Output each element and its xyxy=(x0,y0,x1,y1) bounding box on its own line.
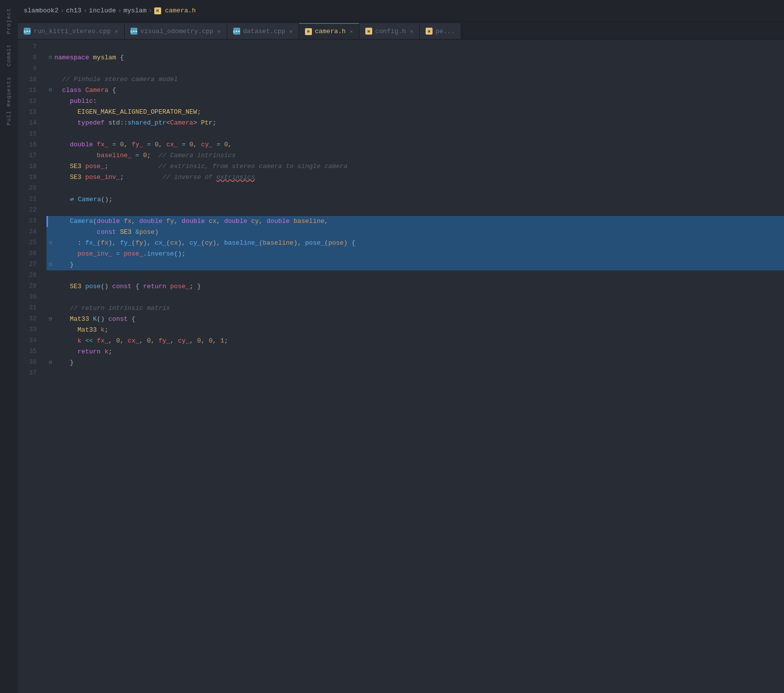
code-line-15 xyxy=(46,129,784,139)
code-line-21: ⇌ Camera(); xyxy=(46,194,784,205)
fold-28 xyxy=(46,270,54,281)
fold-24 xyxy=(46,227,54,238)
tab-pe[interactable]: H pe... xyxy=(420,23,461,39)
fold-33 xyxy=(46,325,54,336)
sidebar: Project Commit Pull Requests xyxy=(0,0,18,693)
code-line-29: SE3 pose() const { return pose_; } xyxy=(46,281,784,292)
code-line-33: Mat33 k; xyxy=(46,325,784,336)
fold-34 xyxy=(46,336,54,346)
tab-config-h[interactable]: H config.h ✕ xyxy=(359,23,420,39)
tab-icon-visual-odometry: c++ xyxy=(131,28,137,35)
code-line-28 xyxy=(46,270,784,281)
breadcrumb-sep-4: › xyxy=(148,7,152,14)
code-line-8: ⊟ namespace myslam { xyxy=(46,52,784,63)
tab-close-visual-odometry[interactable]: ✕ xyxy=(218,28,221,35)
tab-icon-config-h: H xyxy=(365,28,372,35)
breadcrumb-include[interactable]: include xyxy=(89,7,116,14)
code-line-35: return k; xyxy=(46,346,784,357)
fold-27[interactable]: ⊟ xyxy=(46,260,54,270)
code-line-27: ⊟ } xyxy=(46,260,784,270)
fold-8[interactable]: ⊟ xyxy=(46,52,54,63)
code-line-31: // return intrinsic matrix xyxy=(46,303,784,314)
breadcrumb: slambook2 › ch13 › include › myslam › H … xyxy=(24,7,196,14)
tab-dataset[interactable]: c++ dataset.cpp ✕ xyxy=(227,23,299,39)
code-line-18: SE3 pose_; // extrinsic, from stereo cam… xyxy=(46,161,784,172)
code-line-16: double fx_ = 0, fy_ = 0, cx_ = 0, cy_ = … xyxy=(46,139,784,150)
tab-label-config-h: config.h xyxy=(375,28,406,35)
breadcrumb-ch13[interactable]: ch13 xyxy=(66,7,81,14)
fold-36[interactable]: ⊟ xyxy=(46,357,54,368)
fold-9 xyxy=(46,63,54,74)
code-line-36: ⊟ } xyxy=(46,357,784,368)
breadcrumb-slambook2[interactable]: slambook2 xyxy=(24,7,58,14)
tab-close-config-h[interactable]: ✕ xyxy=(410,28,413,35)
code-content[interactable]: ⊟ namespace myslam { // Pinhole stereo c… xyxy=(43,40,784,693)
tab-icon-dataset: c++ xyxy=(233,28,240,35)
fold-31 xyxy=(46,303,54,314)
breadcrumb-sep-1: › xyxy=(60,7,64,14)
fold-26 xyxy=(46,249,54,260)
sidebar-item-pull-requests[interactable]: Pull Requests xyxy=(4,73,14,130)
code-line-9 xyxy=(46,63,784,74)
fold-13 xyxy=(46,107,54,118)
fold-37 xyxy=(46,368,54,379)
sidebar-item-commit[interactable]: Commit xyxy=(4,40,14,71)
code-line-24: const SE3 &pose) xyxy=(46,227,784,238)
code-line-23: Camera(double fx, double fy, double cx, … xyxy=(46,216,784,227)
fold-18 xyxy=(46,161,54,172)
fold-30 xyxy=(46,292,54,303)
fold-35 xyxy=(46,346,54,357)
fold-29 xyxy=(46,281,54,292)
code-line-13: EIGEN_MAKE_ALIGNED_OPERATOR_NEW; xyxy=(46,107,784,118)
fold-25[interactable]: ⊟ xyxy=(46,238,54,249)
tabs-bar: c++ run_kitti_stereo.cpp ✕ c++ visual_od… xyxy=(18,22,784,40)
code-line-32: ⊟ Mat33 K() const { xyxy=(46,314,784,325)
editor[interactable]: 7 8 9 10 11 12 13 14 15 16 17 18 19 20 2… xyxy=(18,40,784,693)
file-icon-h: H xyxy=(154,7,161,14)
tab-label-dataset: dataset.cpp xyxy=(243,28,286,35)
code-line-37 xyxy=(46,368,784,379)
tab-label-run-kitti: run_kitti_stereo.cpp xyxy=(34,28,111,35)
fold-19 xyxy=(46,172,54,183)
fold-32[interactable]: ⊟ xyxy=(46,314,54,325)
fold-21 xyxy=(46,194,54,205)
tab-label-camera-h: camera.h xyxy=(315,28,346,35)
code-line-19: SE3 pose_inv_; // inverse of extrinsics xyxy=(46,172,784,183)
tab-camera-h[interactable]: H camera.h ✕ xyxy=(299,23,359,39)
tab-icon-run-kitti: c++ xyxy=(24,28,31,35)
code-line-17: baseline_ = 0; // Camera intrinsics xyxy=(46,150,784,161)
fold-17 xyxy=(46,150,54,161)
tab-close-dataset[interactable]: ✕ xyxy=(289,28,293,35)
code-line-25: ⊟ : fx_(fx), fy_(fy), cx_(cx), cy_(cy), … xyxy=(46,238,784,249)
fold-15 xyxy=(46,129,54,139)
line-numbers: 7 8 9 10 11 12 13 14 15 16 17 18 19 20 2… xyxy=(18,40,43,693)
breadcrumb-camera-h[interactable]: camera.h xyxy=(165,7,196,14)
code-line-22 xyxy=(46,205,784,216)
tab-run-kitti[interactable]: c++ run_kitti_stereo.cpp ✕ xyxy=(18,23,125,39)
breadcrumb-myslam[interactable]: myslam xyxy=(124,7,147,14)
fold-12 xyxy=(46,96,54,107)
tab-icon-pe: H xyxy=(426,28,433,35)
tab-label-pe: pe... xyxy=(436,28,455,35)
code-line-10: // Pinhole stereo camera model xyxy=(46,74,784,85)
tab-close-run-kitti[interactable]: ✕ xyxy=(115,28,118,35)
fold-10 xyxy=(46,74,54,85)
tab-close-camera-h[interactable]: ✕ xyxy=(349,28,353,35)
sidebar-item-project[interactable]: Project xyxy=(4,4,14,38)
breadcrumb-sep-3: › xyxy=(118,7,121,14)
fold-22 xyxy=(46,205,54,216)
code-line-26: pose_inv_ = pose_.inverse(); xyxy=(46,249,784,260)
tab-visual-odometry[interactable]: c++ visual_odometry.cpp ✕ xyxy=(125,23,227,39)
fold-11[interactable]: ⊟ xyxy=(46,85,54,96)
code-line-14: typedef std::shared_ptr<Camera> Ptr; xyxy=(46,118,784,129)
fold-14 xyxy=(46,118,54,129)
tab-icon-camera-h: H xyxy=(305,28,312,35)
code-line-11: ⊟ class Camera { xyxy=(46,85,784,96)
fold-7 xyxy=(46,42,54,52)
code-line-34: k << fx_, 0, cx_, 0, fy_, cy_, 0, 0, 1; xyxy=(46,336,784,346)
code-line-20 xyxy=(46,183,784,194)
code-line-12: public: xyxy=(46,96,784,107)
tab-label-visual-odometry: visual_odometry.cpp xyxy=(140,28,214,35)
breadcrumb-sep-2: › xyxy=(84,7,87,14)
fold-16 xyxy=(46,139,54,150)
